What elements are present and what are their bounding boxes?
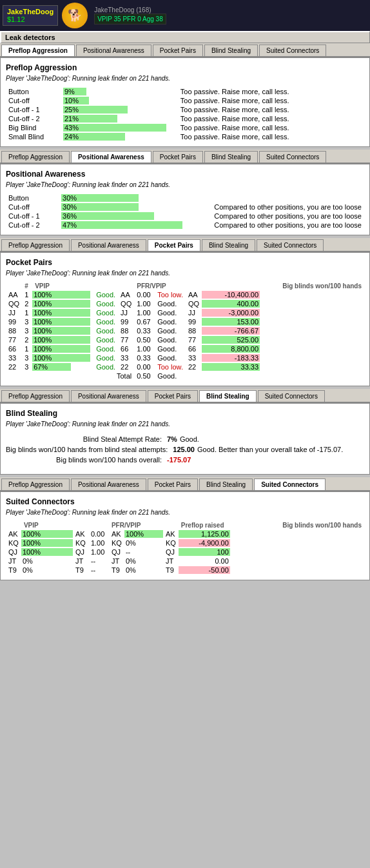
pos-label: Cut-off - 2 xyxy=(6,221,61,230)
hand-label: 99 xyxy=(6,317,22,326)
vpip-bar: 67% xyxy=(32,362,93,371)
pfr-hand: JJ xyxy=(118,308,134,317)
vpip-bar-cell: 30% xyxy=(61,202,200,212)
vpip-bar: 100% xyxy=(32,290,93,299)
bb-hand: 99 xyxy=(186,317,202,326)
tab-positional-5[interactable]: Positional Awareness xyxy=(71,478,146,490)
sc-pr-hand: JT xyxy=(109,557,124,566)
bb-attempts-label: Big blinds won/100 hands from blind stea… xyxy=(6,446,173,453)
tab-positional-1[interactable]: Positional Awareness xyxy=(76,44,151,56)
bb-bar: -10,400.00 xyxy=(202,290,260,299)
bb-hand: 66 xyxy=(186,344,202,353)
sc-col-pfr: PFR/VPIP xyxy=(109,521,163,529)
pfr-hand: QQ xyxy=(118,299,134,308)
msg-cell: Too passive. Raise more, call less. xyxy=(178,96,364,105)
tab-preflop-3[interactable]: Preflop Aggression xyxy=(1,239,70,251)
tab-positional-4[interactable]: Positional Awareness xyxy=(71,390,146,402)
blind-steal-row-1: Blind Steal Attempt Rate: 7% Good. xyxy=(6,435,364,443)
pfr-status: Good. xyxy=(155,344,186,353)
preflop-row: Small Blind 24% Too passive. Raise more,… xyxy=(6,132,364,141)
vpip-bar-cell: 25% xyxy=(63,105,178,114)
sc-hand: KQ xyxy=(6,538,21,547)
msg-cell: Too passive. Raise more, call less. xyxy=(178,105,364,114)
hand-num: 3 xyxy=(22,326,32,335)
tab-suited-1[interactable]: Suited Connectors xyxy=(259,44,326,56)
sc-col-bb: Big blinds won/100 hands xyxy=(238,521,364,529)
tab-pockets-4[interactable]: Pocket Pairs xyxy=(148,390,198,402)
sc-spacer2 xyxy=(163,521,179,529)
pos-label: Cut-off - 1 xyxy=(6,212,61,221)
tab-suited-3[interactable]: Suited Connectors xyxy=(257,239,324,251)
vpip-status: Good. xyxy=(93,326,118,335)
sc-pfr-val: -- xyxy=(88,566,109,575)
tab-positional-2[interactable]: Positional Awareness xyxy=(71,151,151,163)
suited-connectors-table: VPIP PFR/VPIP Preflop raised Big blinds … xyxy=(6,521,364,575)
sc-spacer3 xyxy=(230,521,238,529)
sc-pr-bar: 100% xyxy=(124,529,163,538)
sc-pr-hand: AK xyxy=(109,529,124,538)
hand-num: 1 xyxy=(22,308,32,317)
tab-blind-5[interactable]: Blind Stealing xyxy=(199,478,253,490)
pos-label: Cut-off xyxy=(6,202,61,212)
tab-preflop-1[interactable]: Preflop Aggression xyxy=(1,44,75,56)
suited-connectors-panel: Suited Connectors Player 'JakeTheDoog': … xyxy=(0,491,370,580)
tab-blind-2[interactable]: Blind Stealing xyxy=(204,151,258,163)
sc-pfr-hand: AK xyxy=(73,529,88,538)
pocket-pairs-panel: Pocket Pairs Player 'JakeTheDoog': Runni… xyxy=(0,252,370,386)
vpip-bar-cell: 21% xyxy=(63,114,178,123)
sc-pr-hand: KQ xyxy=(109,538,124,547)
pocket-pairs-title: Pocket Pairs xyxy=(6,258,364,267)
bb-attempts-val: 125.00 xyxy=(173,446,195,453)
tab-blind-4[interactable]: Blind Stealing xyxy=(199,390,257,402)
bb-hand: 88 xyxy=(186,326,202,335)
pfr-status: Good. xyxy=(155,353,186,362)
bb-hand: 22 xyxy=(186,362,202,371)
tab-suited-5[interactable]: Suited Connectors xyxy=(254,478,326,490)
sc-vpip-bar: 100% xyxy=(21,538,73,547)
vpip-bar-cell: 36% xyxy=(61,212,200,221)
tab-blind-1[interactable]: Blind Stealing xyxy=(204,44,258,56)
bb-hand: 77 xyxy=(186,335,202,344)
tab-pockets-2[interactable]: Pocket Pairs xyxy=(153,151,203,163)
hand-label: QQ xyxy=(6,299,22,308)
vpip-status: Good. xyxy=(93,299,118,308)
positional-table: Button 30% Cut-off 30% Compared to other… xyxy=(6,193,364,230)
pos-label: Button xyxy=(6,193,61,202)
leak-detectors-label: Leak detectors xyxy=(5,34,55,41)
bb-bar: -766.67 xyxy=(202,326,260,335)
positional-awareness-panel: Positional Awareness Player 'JakeTheDoog… xyxy=(0,164,370,235)
tab-pockets-3[interactable]: Pocket Pairs xyxy=(148,239,200,251)
preflop-row: Cut-off - 1 25% Too passive. Raise more,… xyxy=(6,105,364,114)
tab-pockets-1[interactable]: Pocket Pairs xyxy=(153,44,203,56)
vpip-bar: 100% xyxy=(32,344,93,353)
tab-blind-3[interactable]: Blind Stealing xyxy=(202,239,255,251)
vpip-bar: 100% xyxy=(32,299,93,308)
vpip-bar-cell: 24% xyxy=(63,132,178,141)
attempt-rate-msg: Good. xyxy=(180,435,199,443)
bb-bar: 400.00 xyxy=(202,299,260,308)
pfr-val: 0.00 xyxy=(134,290,155,299)
pocket-row: QQ 2 100% Good. QQ 1.00 Good. QQ 400.00 xyxy=(6,299,364,308)
tab-preflop-5[interactable]: Preflop Aggression xyxy=(1,478,70,490)
hud-card: JakeTheDoog $1.12 xyxy=(3,5,58,26)
bb-bar: 525.00 xyxy=(202,335,260,344)
hand-label: 33 xyxy=(6,353,22,362)
pocket-row: Total 0.50 Good. xyxy=(6,371,364,380)
pfr-val: 0.33 xyxy=(134,353,155,362)
tab-preflop-4[interactable]: Preflop Aggression xyxy=(1,390,70,402)
tab-pockets-5[interactable]: Pocket Pairs xyxy=(148,478,198,490)
tab-suited-4[interactable]: Suited Connectors xyxy=(258,390,325,402)
pfr-hand: 33 xyxy=(118,353,134,362)
tab-positional-3[interactable]: Positional Awareness xyxy=(71,239,146,251)
pocket-row: 99 3 100% Good. 99 0.67 Good. 99 153.00 xyxy=(6,317,364,326)
pfr-hand: 99 xyxy=(118,317,134,326)
sc-pfr-val: 1.00 xyxy=(88,538,109,547)
tab-suited-2[interactable]: Suited Connectors xyxy=(259,151,326,163)
sc-bb-hand: QJ xyxy=(163,547,179,557)
tab-preflop-2[interactable]: Preflop Aggression xyxy=(1,151,70,163)
vpip-bar-cell: 9% xyxy=(63,87,178,96)
pfr-val: 0.33 xyxy=(134,326,155,335)
vpip-status: Good. xyxy=(93,317,118,326)
vpip-pct: 43% xyxy=(63,124,79,132)
pfr-val: 1.00 xyxy=(134,344,155,353)
